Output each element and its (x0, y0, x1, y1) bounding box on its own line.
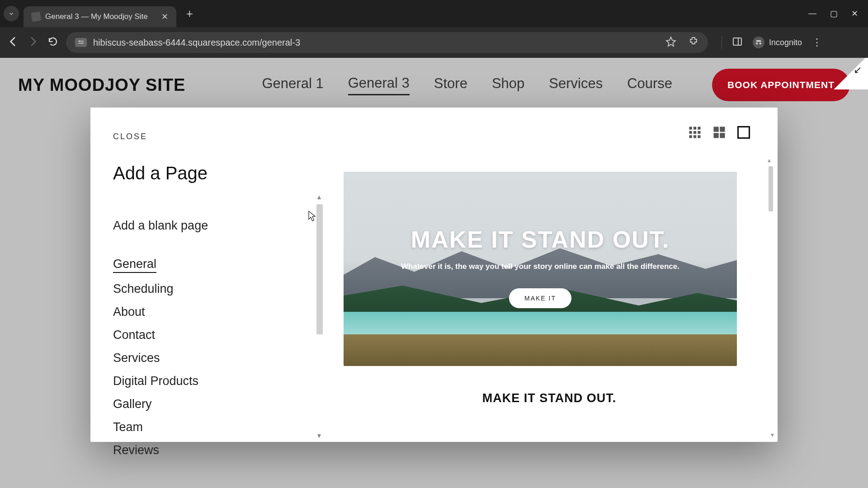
incognito-label: Incognito (769, 38, 802, 47)
modal-title: Add a Page (113, 163, 303, 183)
sidebar-scrollbar[interactable] (316, 204, 323, 334)
svg-rect-13 (714, 127, 719, 132)
add-page-modal: CLOSE Add a Page Add a blank page Genera… (90, 108, 778, 442)
site-info-icon[interactable] (75, 38, 87, 47)
single-view-icon[interactable] (737, 126, 750, 139)
tab-title: General 3 — My Moodjoy Site (45, 12, 148, 21)
category-about[interactable]: About (113, 305, 145, 319)
hero-subtitle: Whatever it is, the way you tell your st… (344, 262, 737, 271)
category-digital-products[interactable]: Digital Products (113, 374, 198, 388)
new-tab-button[interactable]: + (186, 7, 193, 21)
category-list: General Scheduling About Contact Service… (113, 257, 303, 457)
preview-scrollbar[interactable] (769, 166, 773, 211)
category-contact[interactable]: Contact (113, 328, 155, 342)
window-controls: — ▢ ✕ (808, 9, 864, 19)
svg-rect-14 (720, 127, 725, 132)
incognito-icon (753, 37, 764, 48)
hero-section: MAKE IT STAND OUT. Whatever it is, the w… (344, 172, 737, 366)
close-button[interactable]: CLOSE (113, 132, 303, 141)
browser-tab-strip: General 3 — My Moodjoy Site ✕ + — ▢ ✕ (0, 0, 868, 27)
preview-scroll-down-icon[interactable]: ▾ (771, 431, 774, 438)
nav-link-store[interactable]: Store (434, 75, 467, 94)
tab-search-button[interactable] (4, 6, 19, 21)
svg-rect-2 (733, 38, 741, 45)
close-window-icon[interactable]: ✕ (851, 9, 858, 19)
second-section-title: MAKE IT STAND OUT. (344, 391, 755, 405)
svg-rect-8 (693, 131, 696, 134)
browser-tab[interactable]: General 3 — My Moodjoy Site ✕ (24, 6, 176, 27)
page-viewport: MY MOODJOY SITE General 1 General 3 Stor… (0, 58, 868, 488)
hero-button[interactable]: MAKE IT (509, 288, 571, 308)
browser-toolbar: hibiscus-seabass-6444.squarespace.com/ge… (0, 27, 868, 58)
nav-link-services[interactable]: Services (549, 75, 603, 94)
svg-rect-16 (720, 133, 725, 138)
favicon-icon (31, 12, 42, 22)
svg-rect-17 (738, 127, 750, 138)
svg-point-0 (79, 41, 80, 42)
nav-link-general1[interactable]: General 1 (262, 75, 324, 94)
category-gallery[interactable]: Gallery (113, 397, 152, 411)
incognito-indicator[interactable]: Incognito (753, 37, 802, 48)
site-nav: General 1 General 3 Store Shop Services … (262, 69, 850, 101)
minimize-icon[interactable]: — (808, 9, 816, 19)
svg-rect-4 (689, 127, 692, 130)
svg-rect-5 (693, 127, 696, 130)
scroll-down-icon[interactable]: ▼ (316, 432, 322, 439)
template-preview[interactable]: MAKE IT STAND OUT. Whatever it is, the w… (344, 172, 755, 405)
address-bar[interactable]: hibiscus-seabass-6444.squarespace.com/ge… (66, 32, 708, 53)
browser-menu-icon[interactable]: ⋮ (812, 37, 822, 48)
side-panel-icon[interactable] (732, 36, 743, 49)
category-general[interactable]: General (113, 257, 156, 273)
add-blank-page-link[interactable]: Add a blank page (113, 219, 303, 233)
url-text: hibiscus-seabass-6444.squarespace.com/ge… (93, 38, 300, 48)
hero-title: MAKE IT STAND OUT. (344, 226, 737, 253)
svg-rect-6 (698, 127, 700, 130)
modal-sidebar: CLOSE Add a Page Add a blank page Genera… (90, 108, 326, 442)
grid-large-icon[interactable] (712, 126, 726, 139)
nav-link-shop[interactable]: Shop (492, 75, 524, 94)
nav-link-general3[interactable]: General 3 (348, 75, 410, 95)
svg-rect-12 (698, 135, 700, 138)
svg-rect-10 (689, 135, 692, 138)
category-reviews[interactable]: Reviews (113, 443, 159, 457)
category-team[interactable]: Team (113, 420, 143, 434)
site-header: MY MOODJOY SITE General 1 General 3 Stor… (0, 58, 868, 112)
site-logo[interactable]: MY MOODJOY SITE (18, 75, 185, 95)
grid-small-icon[interactable] (688, 126, 702, 139)
extensions-icon[interactable] (688, 36, 699, 49)
book-appointment-button[interactable]: BOOK APPOINTMENT (712, 69, 850, 101)
arrow-in-icon: ↙ (854, 64, 862, 76)
back-button[interactable] (6, 36, 20, 49)
category-scheduling[interactable]: Scheduling (113, 282, 174, 296)
collapse-editor-button[interactable]: ↙ (832, 58, 868, 89)
view-toggle (688, 126, 750, 139)
modal-preview-pane: MAKE IT STAND OUT. Whatever it is, the w… (326, 108, 778, 442)
svg-rect-9 (698, 131, 700, 134)
svg-point-1 (82, 42, 83, 44)
svg-rect-15 (714, 133, 719, 138)
maximize-icon[interactable]: ▢ (830, 9, 838, 19)
bookmark-icon[interactable] (665, 36, 676, 49)
svg-rect-7 (689, 131, 692, 134)
category-services[interactable]: Services (113, 351, 160, 365)
forward-button[interactable] (26, 36, 40, 49)
tab-close-icon[interactable]: ✕ (161, 12, 168, 22)
svg-rect-11 (693, 135, 696, 138)
nav-link-course[interactable]: Course (627, 75, 672, 94)
reload-button[interactable] (46, 36, 60, 49)
